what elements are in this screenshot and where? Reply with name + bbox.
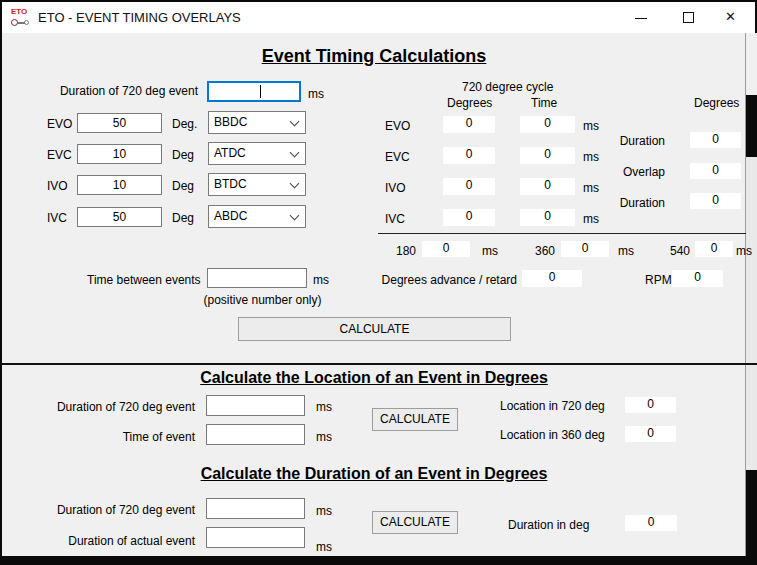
- minimize-button[interactable]: [618, 2, 664, 33]
- eto-icon-text: ETO: [11, 7, 27, 16]
- cycle-ivo-time: 0: [520, 178, 575, 195]
- minimize-icon: [635, 18, 647, 19]
- duration-in-deg-label: Duration in deg: [508, 518, 589, 532]
- col-degrees-label: Degrees: [447, 96, 492, 110]
- section3-heading: Calculate the Duration of an Event in De…: [2, 465, 746, 483]
- location-360-label: Location in 360 deg: [500, 428, 605, 442]
- evo-reference-select[interactable]: BBDC: [208, 111, 306, 134]
- s3-duration-720-label: Duration of 720 deg event: [35, 503, 195, 517]
- cycle-evo-label: EVO: [385, 119, 410, 133]
- section-divider: [0, 363, 757, 365]
- duration2-result-label: Duration: [595, 196, 665, 210]
- col-time-label: Time: [531, 96, 557, 110]
- ivo-label: IVO: [47, 179, 68, 193]
- advance-retard-value: 0: [522, 270, 582, 287]
- calculate-button-duration[interactable]: CALCULATE: [372, 511, 458, 534]
- ivc-value-input[interactable]: 50: [77, 207, 162, 227]
- connecting-rod-icon: [11, 18, 29, 26]
- ivo-reference-select[interactable]: BTDC: [208, 173, 306, 196]
- marker-360-value: 0: [561, 241, 609, 257]
- evc-value-input[interactable]: 10: [77, 144, 162, 164]
- s2-duration-720-input[interactable]: [206, 395, 305, 416]
- cycle-ivo-label: IVO: [385, 181, 406, 195]
- cycle-evc-label: EVC: [385, 150, 410, 164]
- title-bar: ETO ETO - EVENT TIMING OVERLAYS ✕: [2, 2, 755, 33]
- evo-reference-value: BBDC: [214, 115, 247, 129]
- duration-in-deg-value: 0: [625, 515, 677, 531]
- chevron-down-icon: [290, 148, 300, 158]
- s3-duration-actual-input[interactable]: [206, 527, 305, 548]
- ms-unit-label: ms: [482, 244, 498, 258]
- ms-unit-label: ms: [736, 244, 752, 258]
- screen-edge-artifact: [746, 157, 757, 470]
- s2-time-of-event-label: Time of event: [35, 430, 195, 444]
- section1-heading: Event Timing Calculations: [2, 46, 746, 67]
- evc-deg-label: Deg: [172, 148, 194, 162]
- separator-line: [378, 233, 746, 234]
- evo-deg-label: Deg.: [172, 117, 197, 131]
- location-360-value: 0: [625, 426, 676, 442]
- overlap-result-value: 0: [690, 163, 741, 179]
- evc-reference-value: ATDC: [214, 146, 246, 160]
- s3-duration-actual-label: Duration of actual event: [35, 534, 195, 548]
- chevron-down-icon: [290, 179, 300, 189]
- s2-time-of-event-input[interactable]: [206, 424, 305, 445]
- ivc-reference-value: ABDC: [214, 209, 247, 223]
- ms-unit-label: ms: [316, 400, 332, 414]
- evc-label: EVC: [47, 148, 72, 162]
- col-degrees-right-label: Degrees: [694, 96, 739, 110]
- maximize-icon: [683, 12, 694, 23]
- ivc-label: IVC: [47, 211, 67, 225]
- positive-number-note: (positive number only): [200, 293, 325, 307]
- close-button[interactable]: ✕: [710, 2, 756, 33]
- ivo-value-input[interactable]: 10: [77, 175, 162, 195]
- rpm-value: 0: [672, 270, 723, 287]
- location-720-value: 0: [625, 397, 676, 413]
- cycle-ivc-degrees: 0: [443, 209, 495, 226]
- app-window: ETO ETO - EVENT TIMING OVERLAYS ✕ Event …: [0, 0, 757, 565]
- text-caret: [260, 85, 261, 98]
- duration-result-value: 0: [690, 132, 741, 148]
- window-title: ETO - EVENT TIMING OVERLAYS: [38, 10, 241, 25]
- marker-360-label: 360: [535, 244, 555, 258]
- cycle-evo-degrees: 0: [443, 116, 495, 133]
- rpm-label: RPM: [645, 273, 672, 287]
- s3-duration-720-input[interactable]: [206, 498, 305, 519]
- marker-180-label: 180: [396, 244, 416, 258]
- ms-unit-label: ms: [308, 87, 324, 101]
- cycle-ivc-label: IVC: [385, 212, 405, 226]
- evc-reference-select[interactable]: ATDC: [208, 142, 306, 165]
- duration2-result-value: 0: [690, 193, 741, 209]
- ms-unit-label: ms: [583, 181, 599, 195]
- marker-540-label: 540: [670, 244, 690, 258]
- advance-retard-label: Degrees advance / retard: [375, 273, 517, 287]
- ms-unit-label: ms: [316, 540, 332, 554]
- maximize-button[interactable]: [666, 2, 712, 33]
- section2-heading: Calculate the Location of an Event in De…: [2, 369, 746, 387]
- evo-label: EVO: [47, 117, 72, 131]
- calculate-button-location[interactable]: CALCULATE: [372, 408, 458, 431]
- chevron-down-icon: [290, 211, 300, 221]
- duration-720-input[interactable]: [207, 81, 301, 102]
- evo-value-input[interactable]: 50: [77, 113, 162, 133]
- time-between-input[interactable]: [207, 268, 307, 288]
- ms-unit-label: ms: [313, 273, 329, 287]
- ms-unit-label: ms: [316, 430, 332, 444]
- ms-unit-label: ms: [583, 212, 599, 226]
- cycle-evc-degrees: 0: [443, 147, 495, 164]
- calculate-button-main[interactable]: CALCULATE: [238, 317, 511, 341]
- cycle-evo-time: 0: [520, 116, 575, 133]
- ms-unit-label: ms: [618, 244, 634, 258]
- ms-unit-label: ms: [583, 150, 599, 164]
- ivc-deg-label: Deg: [172, 211, 194, 225]
- overlap-result-label: Overlap: [595, 165, 665, 179]
- time-between-label: Time between events: [87, 273, 197, 287]
- ivo-deg-label: Deg: [172, 179, 194, 193]
- cycle-title: 720 degree cycle: [462, 80, 553, 94]
- screen-edge-artifact: [746, 33, 757, 95]
- marker-540-value: 0: [695, 241, 733, 257]
- duration-720-label: Duration of 720 deg event: [38, 84, 198, 98]
- ivo-reference-value: BTDC: [214, 177, 247, 191]
- s2-duration-720-label: Duration of 720 deg event: [35, 400, 195, 414]
- ivc-reference-select[interactable]: ABDC: [208, 205, 306, 228]
